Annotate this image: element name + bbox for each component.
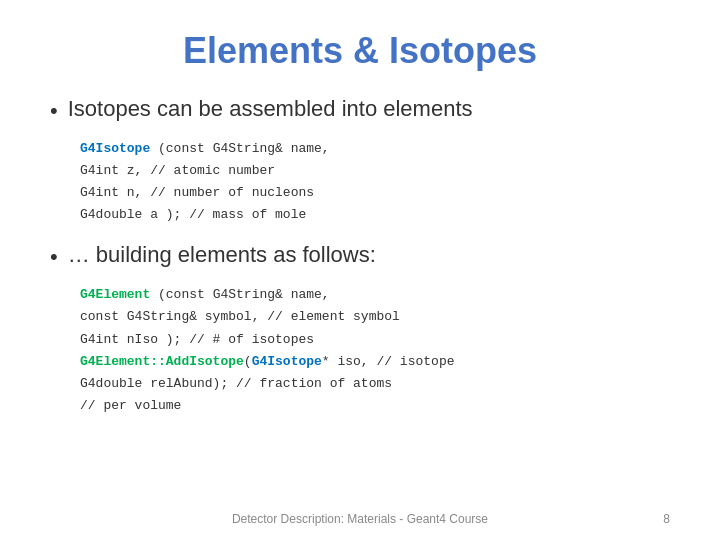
code2-line4-paren: ( bbox=[244, 354, 252, 369]
bullet-1: • Isotopes can be assembled into element… bbox=[50, 96, 670, 124]
code1-line1-rest: (const G4String& name, bbox=[150, 141, 329, 156]
code2-line4-rest: * iso, // isotope bbox=[322, 354, 455, 369]
code-block-1: G4Isotope (const G4String& name, G4int z… bbox=[80, 138, 670, 226]
code2-line3: G4int nIso ); // # of isotopes bbox=[80, 329, 670, 351]
footer-page: 8 bbox=[663, 512, 670, 526]
bullet-dot-2: • bbox=[50, 244, 58, 270]
code-block-2: G4Element (const G4String& name, const G… bbox=[80, 284, 670, 417]
code1-line1: G4Isotope (const G4String& name, bbox=[80, 138, 670, 160]
footer-text: Detector Description: Materials - Geant4… bbox=[50, 512, 670, 526]
code1-line3: G4int n, // number of nucleons bbox=[80, 182, 670, 204]
bullet-1-text: Isotopes can be assembled into elements bbox=[68, 96, 670, 122]
footer: Detector Description: Materials - Geant4… bbox=[0, 512, 720, 526]
code2-line4: G4Element::AddIsotope(G4Isotope* iso, //… bbox=[80, 351, 670, 373]
code2-line1-rest: (const G4String& name, bbox=[150, 287, 329, 302]
code2-line1: G4Element (const G4String& name, bbox=[80, 284, 670, 306]
slide-title: Elements & Isotopes bbox=[50, 30, 670, 72]
code2-line5: G4double relAbund); // fraction of atoms bbox=[80, 373, 670, 395]
bullet-dot-1: • bbox=[50, 98, 58, 124]
code2-keyword-g4isotope: G4Isotope bbox=[252, 354, 322, 369]
code2-line6: // per volume bbox=[80, 395, 670, 417]
slide: Elements & Isotopes • Isotopes can be as… bbox=[0, 0, 720, 540]
code2-keyword-1: G4Element bbox=[80, 287, 150, 302]
bullet-2: • … building elements as follows: bbox=[50, 242, 670, 270]
code2-line2: const G4String& symbol, // element symbo… bbox=[80, 306, 670, 328]
code1-line4: G4double a ); // mass of mole bbox=[80, 204, 670, 226]
code2-keyword-addisotope: G4Element::AddIsotope bbox=[80, 354, 244, 369]
bullet-2-text: … building elements as follows: bbox=[68, 242, 670, 268]
code1-keyword: G4Isotope bbox=[80, 141, 150, 156]
code1-line2: G4int z, // atomic number bbox=[80, 160, 670, 182]
